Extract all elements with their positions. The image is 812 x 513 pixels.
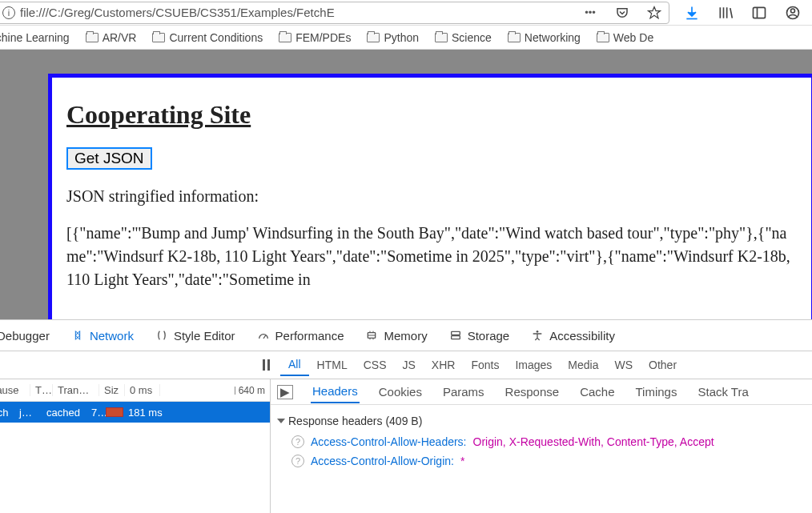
header-value: Origin, X-Requested-With, Content-Type, …: [473, 435, 714, 448]
storage-icon: [448, 328, 463, 343]
col-type[interactable]: T…: [30, 384, 53, 396]
style-icon: [155, 328, 169, 343]
pocket-icon[interactable]: [614, 5, 630, 21]
filter-media[interactable]: Media: [560, 355, 606, 375]
devtools-tabs: Debugger Network Style Editor Performanc…: [0, 319, 812, 351]
page-viewport: Cooperating Site Get JSON JSON stringifi…: [0, 50, 812, 319]
bookmarks-bar: achine Learning AR/VR Current Conditions…: [0, 26, 812, 50]
bookmark-science[interactable]: Science: [430, 29, 496, 46]
network-request-list: Cause T… Transf… Siz 0 ms 640 m etch js……: [0, 379, 271, 513]
tab-style-editor[interactable]: Style Editor: [153, 325, 237, 346]
json-label: JSON stringified information:: [66, 187, 797, 206]
header-name: Access-Control-Allow-Headers:: [311, 435, 467, 448]
bookmark-python[interactable]: Python: [362, 29, 424, 46]
page-body: Cooperating Site Get JSON JSON stringifi…: [48, 74, 812, 319]
network-filter-bar: All HTML CSS JS XHR Fonts Images Media W…: [0, 351, 812, 379]
filter-css[interactable]: CSS: [356, 355, 395, 375]
json-output: [{"name":"'Bump and Jump' Windsurfing in…: [66, 222, 797, 291]
detail-tab-cookies[interactable]: Cookies: [377, 382, 424, 402]
sidebar-icon[interactable]: [751, 5, 767, 21]
row-name: etch: [0, 407, 14, 419]
bookmark-networking[interactable]: Networking: [503, 29, 585, 46]
detail-tab-stack[interactable]: Stack Tra: [696, 382, 750, 402]
filter-all[interactable]: All: [280, 354, 309, 376]
toggle-pane-icon[interactable]: ▶: [277, 385, 293, 399]
get-json-button[interactable]: Get JSON: [66, 147, 152, 170]
header-line-acao: ? Access-Control-Allow-Origin: *: [277, 451, 809, 471]
network-list-header: Cause T… Transf… Siz 0 ms 640 m: [0, 379, 270, 402]
tab-memory[interactable]: Memory: [363, 325, 428, 346]
filter-images[interactable]: Images: [507, 355, 560, 375]
svg-rect-5: [451, 336, 460, 339]
folder-icon: [86, 33, 98, 42]
page-title: Cooperating Site: [66, 100, 797, 130]
account-icon[interactable]: [785, 5, 801, 21]
svg-rect-0: [754, 7, 766, 18]
header-value: *: [460, 455, 464, 467]
svg-rect-4: [451, 331, 460, 335]
downloads-icon[interactable]: [684, 5, 700, 21]
folder-icon: [367, 33, 380, 42]
network-icon: [70, 328, 85, 343]
ellipsis-icon[interactable]: •••: [582, 5, 598, 21]
bookmark-fem-pdes[interactable]: FEM/PDEs: [274, 29, 356, 46]
filter-fonts[interactable]: Fonts: [463, 355, 507, 375]
bookmark-web-dev[interactable]: Web De: [592, 29, 658, 46]
detail-tab-timings[interactable]: Timings: [634, 382, 679, 402]
svg-point-2: [791, 9, 795, 13]
folder-icon: [279, 33, 291, 42]
detail-tab-params[interactable]: Params: [441, 382, 486, 402]
filter-other[interactable]: Other: [641, 355, 685, 375]
bookmark-machine-learning[interactable]: achine Learning: [0, 29, 74, 46]
folder-icon: [152, 33, 165, 42]
accessibility-icon: [530, 328, 545, 343]
detail-tabs: ▶ Headers Cookies Params Response Cache …: [271, 379, 812, 405]
folder-icon: [508, 33, 521, 42]
detail-tab-headers[interactable]: Headers: [311, 381, 360, 403]
response-headers-toggle[interactable]: Response headers (409 B): [277, 410, 809, 432]
row-type: js…: [14, 407, 42, 419]
col-cause[interactable]: Cause: [0, 384, 30, 396]
response-headers-section: Response headers (409 B) ? Access-Contro…: [271, 405, 812, 471]
tab-accessibility[interactable]: Accessibility: [529, 325, 617, 346]
tab-storage[interactable]: Storage: [447, 325, 512, 346]
network-detail-pane: ▶ Headers Cookies Params Response Cache …: [271, 379, 812, 513]
address-bar: i file:///C:/Greg/Customers/CSUEB/CS351/…: [0, 0, 812, 26]
filter-xhr[interactable]: XHR: [424, 355, 464, 375]
col-transferred[interactable]: Transf…: [53, 384, 99, 396]
header-line-acah: ? Access-Control-Allow-Headers: Origin, …: [277, 432, 809, 451]
network-row-selected[interactable]: etch js… cached 7… 181 ms: [0, 402, 270, 423]
row-time: 181 ms: [123, 407, 167, 419]
help-icon[interactable]: ?: [291, 455, 304, 467]
row-transferred: cached: [42, 407, 86, 419]
folder-icon: [597, 33, 609, 42]
performance-icon: [256, 328, 271, 343]
library-icon[interactable]: [718, 5, 734, 21]
tab-network[interactable]: Network: [69, 325, 135, 346]
devtools-body: Cause T… Transf… Siz 0 ms 640 m etch js……: [0, 379, 812, 513]
col-0ms[interactable]: 0 ms: [125, 384, 160, 396]
bookmark-arvr[interactable]: AR/VR: [81, 29, 142, 46]
help-icon[interactable]: ?: [291, 435, 304, 448]
row-size: 7…: [86, 407, 106, 419]
pause-icon[interactable]: [259, 359, 272, 371]
bookmark-current-conditions[interactable]: Current Conditions: [147, 29, 267, 46]
bookmark-star-icon[interactable]: [646, 5, 662, 21]
col-size[interactable]: Siz: [99, 384, 125, 396]
url-box[interactable]: i file:///C:/Greg/Customers/CSUEB/CS351/…: [0, 2, 669, 24]
tab-debugger[interactable]: Debugger: [0, 325, 51, 346]
tab-performance[interactable]: Performance: [255, 325, 346, 346]
detail-tab-response[interactable]: Response: [504, 382, 561, 402]
filter-js[interactable]: JS: [394, 355, 423, 375]
folder-icon: [435, 33, 448, 42]
detail-tab-cache[interactable]: Cache: [578, 382, 616, 402]
memory-icon: [364, 328, 379, 343]
row-timing-bar: [106, 407, 123, 417]
url-text: file:///C:/Greg/Customers/CSUEB/CS351/Ex…: [20, 6, 582, 19]
chevron-down-icon: [277, 419, 285, 423]
site-info-icon[interactable]: i: [2, 6, 15, 19]
header-name: Access-Control-Allow-Origin:: [311, 455, 454, 467]
col-timeline[interactable]: 640 m: [160, 385, 270, 396]
filter-ws[interactable]: WS: [606, 355, 641, 375]
filter-html[interactable]: HTML: [309, 355, 356, 375]
